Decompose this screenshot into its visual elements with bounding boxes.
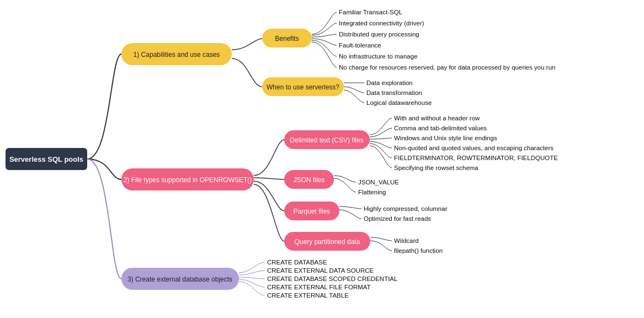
line-root-s1 (87, 54, 121, 159)
parquet-label: Parquet files (294, 208, 331, 215)
json-label: JSON files (294, 176, 325, 184)
query-1: Wildcard (394, 237, 419, 244)
root-label: Serverless SQL pools (9, 155, 83, 163)
s3-4: CREATE EXTERNAL FILE FORMAT (267, 284, 371, 290)
serverless-3: Logical datawarehouse (366, 99, 432, 106)
section3-label: 3) Create external database objects (127, 275, 232, 283)
serverless-2: Data transformation (366, 89, 422, 96)
json-2: Flattening (358, 189, 386, 195)
benefit-6: No charge for resources reserved, pay fo… (339, 64, 555, 71)
section1-label: 1) Capabilities and use cases (134, 51, 220, 59)
s3-2: CREATE EXTERNAL DATA SOURCE (267, 267, 374, 274)
benefit-3: Distributed query processing (339, 31, 419, 38)
csv-4: Non-quoted and quoted values, and escapi… (394, 145, 553, 151)
serverless-label: When to use serverless? (267, 83, 339, 91)
query-2: filepath() function (394, 247, 443, 254)
serverless-1: Data exploration (366, 80, 413, 86)
parquet-1: Highly compressed, columnar (364, 205, 448, 212)
benefit-4: Fault-tolerance (339, 42, 381, 49)
mindmap: Serverless SQL pools 1) Capabilities and… (0, 0, 644, 318)
query-label: Query partitioned data (295, 238, 360, 246)
csv-1: With and without a header row (394, 115, 480, 121)
s3-3: CREATE DATABASE SCOPED CREDENTIAL (267, 275, 398, 282)
parquet-2: Optimized for fast reads (364, 215, 431, 222)
json-1: JSON_VALUE (358, 179, 399, 186)
benefits-label: Benefits (275, 35, 299, 43)
s3-5: CREATE EXTERNAL TABLE (267, 292, 349, 299)
csv-6: Specifying the rowset schema (394, 165, 478, 171)
csv-3: Windows and Unix style line endings (394, 135, 497, 141)
benefit-5: No infrastructure to manage (339, 53, 418, 60)
benefit-2: Integrated connectivity (driver) (339, 20, 424, 26)
csv-2: Comma and tab-delimited values (394, 125, 487, 131)
s3-1: CREATE DATABASE (267, 259, 327, 266)
csv-label: Delimited text (CSV) files (290, 136, 363, 144)
csv-5: FIELDTERMINATOR, ROWTERMINATOR, FIELDQUO… (394, 155, 558, 161)
section2-label: 2) File types supported in OPENROWSET() (124, 176, 252, 184)
line-root-s2 (87, 159, 121, 179)
benefit-1: Familiar Transact-SQL (339, 9, 403, 15)
